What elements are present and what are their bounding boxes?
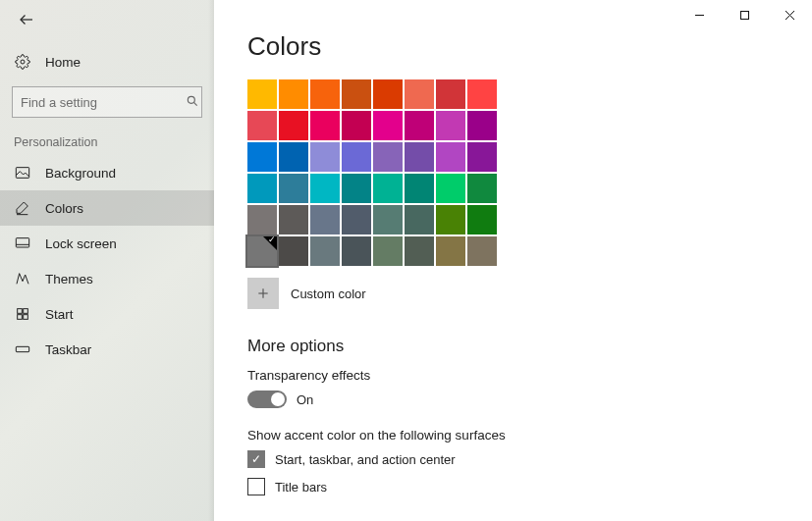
color-swatch[interactable]: [310, 236, 340, 266]
search-input-wrapper[interactable]: [12, 86, 202, 118]
color-swatch[interactable]: [373, 111, 403, 140]
svg-rect-15: [24, 315, 28, 320]
checkbox[interactable]: [247, 478, 265, 495]
nav-item-label: Background: [45, 166, 116, 181]
nav-icon: [14, 166, 31, 180]
color-swatch[interactable]: [342, 236, 371, 266]
search-icon: [186, 94, 199, 111]
svg-rect-13: [24, 309, 28, 314]
color-swatch[interactable]: [342, 79, 371, 109]
sidebar-item-colors[interactable]: Colors: [0, 190, 214, 226]
color-swatch[interactable]: [342, 142, 371, 172]
sidebar-item-taskbar[interactable]: Taskbar: [0, 332, 214, 367]
color-swatch[interactable]: [279, 142, 308, 172]
color-swatch[interactable]: [247, 111, 277, 140]
svg-rect-16: [16, 346, 28, 351]
more-options-heading: More options: [247, 337, 779, 356]
color-swatch[interactable]: [342, 111, 371, 140]
transparency-label: Transparency effects: [247, 368, 779, 383]
nav-item-label: Start: [45, 307, 74, 322]
transparency-toggle[interactable]: [247, 391, 287, 408]
color-swatch[interactable]: [405, 174, 434, 203]
color-swatch[interactable]: [467, 236, 497, 266]
color-swatch[interactable]: [279, 236, 308, 266]
close-button[interactable]: [767, 0, 812, 29]
sidebar-section-header: Personalization: [0, 135, 214, 149]
color-swatch[interactable]: [405, 205, 434, 234]
color-swatch[interactable]: [279, 79, 308, 109]
color-swatch[interactable]: [467, 79, 497, 109]
window-controls: [677, 0, 812, 29]
svg-point-5: [21, 60, 25, 64]
gear-icon: [14, 54, 31, 70]
nav-icon: [14, 306, 31, 322]
color-swatch[interactable]: [467, 205, 497, 234]
color-swatch[interactable]: [436, 142, 465, 172]
color-swatch[interactable]: [373, 174, 403, 203]
color-swatch[interactable]: [279, 111, 308, 140]
sidebar-item-background[interactable]: Background: [0, 155, 214, 190]
svg-rect-2: [740, 11, 748, 19]
content-area: Colors Custom color More options Transpa…: [214, 0, 812, 521]
color-swatch[interactable]: [467, 142, 497, 172]
color-swatch[interactable]: [373, 205, 403, 234]
nav-icon: [14, 200, 31, 216]
color-swatch[interactable]: [405, 236, 434, 266]
sidebar-item-lock-screen[interactable]: Lock screen: [0, 226, 214, 261]
home-label: Home: [45, 55, 81, 70]
color-swatch[interactable]: [310, 174, 340, 203]
svg-rect-10: [16, 238, 28, 247]
sidebar-item-start[interactable]: Start: [0, 296, 214, 332]
custom-color-button[interactable]: [247, 278, 279, 309]
page-title: Colors: [247, 31, 779, 62]
custom-color-label: Custom color: [291, 287, 366, 301]
search-input[interactable]: [21, 95, 186, 110]
color-swatch[interactable]: [342, 205, 371, 234]
nav-item-label: Taskbar: [45, 342, 91, 357]
checkbox[interactable]: [247, 450, 265, 468]
home-nav[interactable]: Home: [0, 41, 214, 82]
sidebar-item-themes[interactable]: Themes: [0, 261, 214, 296]
svg-rect-12: [18, 309, 23, 314]
svg-point-6: [188, 96, 194, 103]
color-swatch[interactable]: [436, 111, 465, 140]
color-swatch[interactable]: [373, 142, 403, 172]
color-swatch[interactable]: [247, 142, 277, 172]
color-swatch[interactable]: [436, 174, 465, 203]
color-swatch[interactable]: [279, 174, 308, 203]
color-swatch[interactable]: [247, 79, 277, 109]
color-swatch[interactable]: [310, 142, 340, 172]
accent-surfaces-label: Show accent color on the following surfa…: [247, 428, 779, 443]
color-swatch[interactable]: [467, 174, 497, 203]
color-swatch[interactable]: [342, 174, 371, 203]
svg-line-7: [193, 102, 196, 105]
color-swatch[interactable]: [436, 205, 465, 234]
color-swatch[interactable]: [373, 79, 403, 109]
back-button[interactable]: [10, 5, 43, 34]
color-swatch[interactable]: [279, 205, 308, 234]
color-swatch[interactable]: [247, 236, 277, 266]
color-swatch[interactable]: [405, 142, 434, 172]
color-swatch[interactable]: [310, 111, 340, 140]
color-swatch[interactable]: [373, 236, 403, 266]
transparency-state: On: [297, 392, 313, 407]
checkbox-label: Start, taskbar, and action center: [275, 452, 456, 467]
color-swatch[interactable]: [467, 111, 497, 140]
color-swatch[interactable]: [436, 79, 465, 109]
color-swatch[interactable]: [405, 111, 434, 140]
color-swatch[interactable]: [247, 174, 277, 203]
nav-item-label: Colors: [45, 201, 83, 216]
color-swatch-grid: [247, 79, 779, 266]
maximize-button[interactable]: [722, 0, 767, 29]
nav-item-label: Themes: [45, 272, 93, 287]
svg-rect-14: [18, 315, 23, 320]
minimize-button[interactable]: [677, 0, 722, 29]
color-swatch[interactable]: [310, 205, 340, 234]
color-swatch[interactable]: [436, 236, 465, 266]
nav-item-label: Lock screen: [45, 236, 117, 251]
nav-icon: [14, 271, 31, 287]
sidebar: Home Personalization BackgroundColorsLoc…: [0, 0, 214, 521]
color-swatch[interactable]: [247, 205, 277, 234]
color-swatch[interactable]: [405, 79, 434, 109]
color-swatch[interactable]: [310, 79, 340, 109]
